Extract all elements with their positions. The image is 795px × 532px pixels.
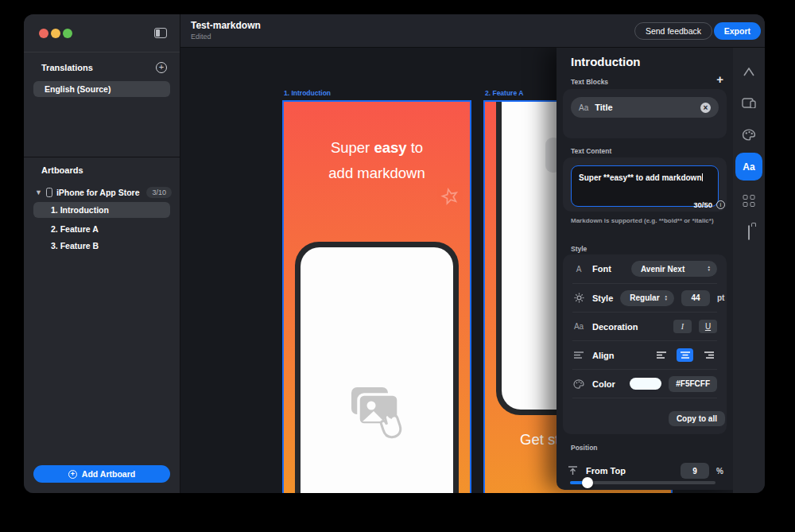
color-hex-input[interactable]: #F5FCFF (669, 376, 717, 392)
sidebar-item-feature-a[interactable]: 2. Feature A (33, 221, 170, 237)
from-top-unit: % (716, 467, 723, 476)
device-screen[interactable] (301, 247, 453, 493)
aa-icon: Aa (572, 322, 585, 331)
font-icon: A (572, 265, 585, 274)
document-title: Test-markdown (191, 20, 261, 31)
artboard-2-label[interactable]: 2. Feature A (485, 89, 523, 97)
add-artboard-label: Add Artboard (82, 469, 135, 479)
tool-strip: Aa (733, 48, 765, 493)
style-label: Style (592, 293, 613, 303)
copy-to-all-button[interactable]: Copy to all (669, 411, 725, 426)
text-block-type-icon: Aa (579, 103, 588, 112)
artboard-1[interactable]: Super easy to add markdown (282, 100, 471, 493)
font-size-unit: pt (717, 293, 724, 302)
sidebar-toggle-icon[interactable] (154, 28, 167, 38)
artboard-2-caption[interactable]: Get st (520, 431, 559, 449)
style-row: Style Regular ▲▼ 44 pt (572, 283, 717, 312)
sidebar-item-feature-b[interactable]: 3. Feature B (33, 238, 170, 254)
document-status: Edited (191, 33, 211, 41)
italic-button[interactable]: I (673, 320, 692, 333)
select-chevrons-icon: ▲▼ (708, 266, 711, 272)
font-value: Avenir Next (641, 265, 684, 274)
text-content-header: Text Content (571, 147, 611, 155)
decoration-label: Decoration (592, 322, 666, 332)
align-right-button[interactable] (700, 348, 717, 362)
markdown-hint: Markdown is supported (e.g. **bold** or … (571, 217, 714, 224)
send-feedback-button[interactable]: Send feedback (634, 22, 712, 40)
character-counter: 30/50 (693, 200, 712, 209)
sidebar-titlebar (24, 14, 180, 52)
from-top-input[interactable]: 9 (681, 463, 709, 479)
select-chevrons-icon: ▲▼ (665, 295, 668, 301)
sidebar: Translations + English (Source) Artboard… (24, 14, 180, 493)
inspector-panel: Introduction Text Blocks + Aa Title × Te… (556, 48, 733, 490)
text-content-value: Super **easy** to add markdown (579, 173, 702, 182)
sidebar-item-introduction[interactable]: 1. Introduction (33, 202, 170, 218)
minimize-window-button[interactable] (51, 29, 60, 38)
object-icon[interactable] (748, 226, 750, 240)
title-text: to (407, 139, 424, 156)
title-bold-text: easy (374, 139, 406, 156)
align-top-icon (566, 466, 579, 476)
title-text: Super (331, 139, 374, 156)
text-block-item[interactable]: Aa Title × (571, 97, 719, 118)
sidebar-item-label: 1. Introduction (51, 205, 109, 215)
character-counter-row: 30/50 i (693, 200, 725, 209)
topbar: Test-markdown Edited Send feedback Expor… (180, 14, 765, 48)
text-blocks-card: Aa Title × (563, 89, 727, 138)
device-mockup[interactable] (295, 242, 459, 493)
inspector-title: Introduction (571, 55, 640, 68)
add-text-block-button[interactable]: + (716, 72, 723, 86)
weight-select[interactable]: Regular ▲▼ (620, 290, 674, 306)
palette-icon[interactable] (743, 129, 756, 144)
color-row: Color #F5FCFF (572, 369, 717, 398)
app-window: Translations + English (Source) Artboard… (24, 14, 765, 493)
align-lines-icon (572, 351, 585, 359)
artboard-1-label[interactable]: 1. Introduction (284, 89, 331, 97)
add-icon: + (68, 470, 77, 479)
translations-header-row: Translations + (24, 52, 180, 80)
close-window-button[interactable] (39, 29, 48, 38)
language-label: English (Source) (45, 84, 111, 94)
decoration-row: Aa Decoration I U (572, 312, 717, 340)
style-card: A Font Avenir Next ▲▼ Style Regular ▲▼ 4… (563, 254, 727, 434)
image-placeholder-icon[interactable] (339, 382, 415, 443)
artboard-1-title[interactable]: Super easy to add markdown (284, 135, 470, 187)
sidebar-item-label: 2. Feature A (51, 224, 99, 234)
add-translation-icon[interactable]: + (156, 62, 167, 73)
star-icon (440, 186, 460, 207)
slider-thumb[interactable] (582, 477, 593, 488)
align-left-button[interactable] (653, 348, 669, 362)
align-label: Align (592, 351, 646, 360)
info-icon[interactable]: i (716, 200, 725, 209)
weight-value: Regular (630, 293, 659, 302)
color-swatch[interactable] (630, 378, 661, 390)
phone-icon (46, 188, 52, 197)
text-caret (702, 173, 704, 181)
zoom-window-button[interactable] (63, 29, 72, 38)
remove-block-icon[interactable]: × (700, 103, 711, 113)
pointer-icon[interactable] (743, 65, 754, 80)
translations-header: Translations (41, 63, 93, 72)
from-top-slider[interactable] (570, 481, 716, 484)
artboard-group-name: iPhone for App Store (56, 188, 143, 197)
color-label: Color (592, 379, 622, 389)
text-tool-button-active[interactable]: Aa (735, 153, 762, 181)
export-button[interactable]: Export (714, 22, 761, 40)
artboard-group-row[interactable]: ▼ iPhone for App Store 3/10 (35, 185, 172, 200)
artboards-header: Artboards (41, 165, 83, 175)
underline-button[interactable]: U (699, 320, 717, 333)
font-select[interactable]: Avenir Next ▲▼ (631, 261, 717, 277)
language-item[interactable]: English (Source) (33, 81, 170, 97)
chevron-down-icon[interactable]: ▼ (35, 188, 42, 196)
align-center-button[interactable] (677, 348, 693, 362)
style-header: Style (571, 245, 587, 253)
text-block-name: Title (595, 103, 694, 112)
text-blocks-header: Text Blocks (571, 78, 608, 86)
layout-grid-icon[interactable] (743, 195, 755, 207)
position-header: Position (571, 444, 598, 452)
devices-icon[interactable] (742, 97, 756, 111)
title-text: add markdown (328, 165, 425, 181)
font-size-input[interactable]: 44 (681, 290, 710, 306)
add-artboard-button[interactable]: + Add Artboard (33, 465, 170, 483)
